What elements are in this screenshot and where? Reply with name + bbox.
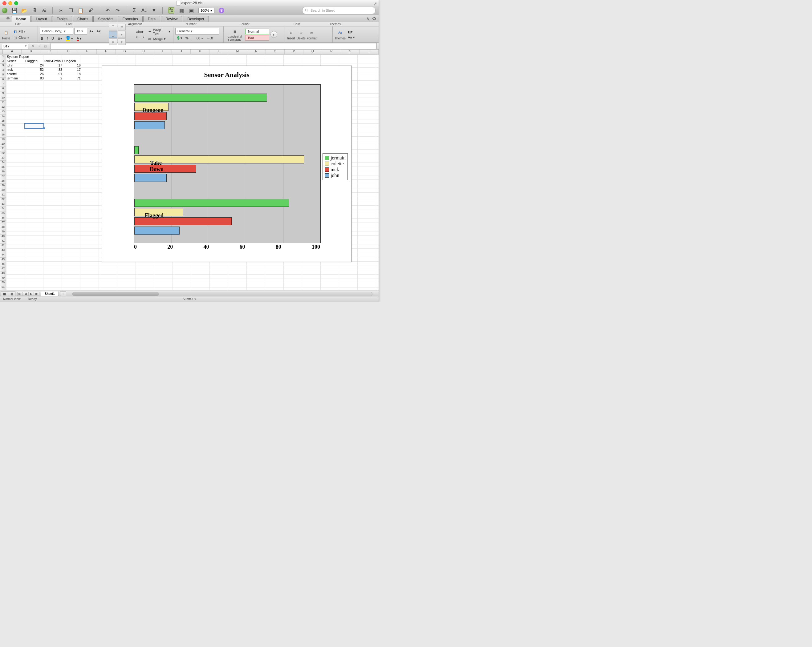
cell-A3[interactable]: john [6,63,26,67]
align-top-button[interactable]: ▔ [109,24,117,30]
row-header-30[interactable]: 30 [0,188,6,193]
format-cells-button[interactable]: ▭Format [307,29,317,40]
tab-data[interactable]: Data [143,16,160,22]
copy-icon[interactable]: ❐ [68,8,73,13]
bar-Flagged-john[interactable] [134,227,180,234]
row-header-5[interactable]: 5 [0,73,6,78]
theme-fonts-button[interactable]: Aa▾ [347,35,356,40]
insert-function-icon[interactable]: fx [44,44,49,49]
tab-charts[interactable]: Charts [73,16,93,22]
row-header-23[interactable]: 23 [0,156,6,161]
filter-icon[interactable]: ▼ [151,8,157,13]
cell-A6[interactable]: jermain [6,76,26,80]
undo-icon[interactable]: ↶ [105,8,110,13]
row-header-13[interactable]: 13 [0,110,6,114]
increase-decimal-button[interactable]: .00→ [195,36,205,40]
font-size-select[interactable]: 12▾ [74,28,87,35]
name-box[interactable]: B17▾ [2,43,28,49]
autosum-icon[interactable]: Σ [131,8,137,13]
bar-Take-Down-john[interactable] [134,174,166,182]
delete-cells-button[interactable]: ⊟Delete [297,29,305,40]
row-header-16[interactable]: 16 [0,124,6,128]
row-header-11[interactable]: 11 [0,100,6,105]
row-header-48[interactable]: 48 [0,271,6,276]
row-header-15[interactable]: 15 [0,119,6,124]
row-header-3[interactable]: 3 [0,64,6,69]
row-header-51[interactable]: 51 [0,285,6,290]
cell-A1[interactable]: System Report [6,55,26,59]
row-header-43[interactable]: 43 [0,248,6,253]
row-header-41[interactable]: 41 [0,239,6,244]
align-middle-button[interactable]: ☰ [118,24,126,30]
tab-layout[interactable]: Layout [31,16,52,22]
cancel-edit-icon[interactable]: ✕ [30,44,35,49]
cell-A5[interactable]: colette [6,72,26,76]
decrease-indent-button[interactable]: ⇤ [135,35,140,40]
page-layout-view-button[interactable]: ▤ [8,291,15,297]
col-header-D[interactable]: D [59,50,78,54]
col-header-S[interactable]: S [341,50,360,54]
col-header-F[interactable]: F [97,50,116,54]
theme-colors-button[interactable]: ◧▾ [347,30,356,34]
file-open-icon[interactable]: 📂 [21,8,27,13]
row-header-40[interactable]: 40 [0,234,6,239]
cell-C4[interactable]: 33 [43,67,63,72]
row-header-42[interactable]: 42 [0,244,6,248]
align-center-button[interactable]: ≣ [109,38,117,45]
col-header-P[interactable]: P [285,50,304,54]
select-all-corner[interactable] [0,50,3,54]
comma-button[interactable]: , [191,36,194,40]
merge-button[interactable]: ▭Merge▾ [147,37,171,41]
cell-A2[interactable]: Series [6,59,26,63]
cell-C6[interactable]: 2 [43,76,63,80]
themes-button[interactable]: AaThemes [334,29,346,40]
bar-Take-Down-jermain[interactable] [134,146,139,154]
ribbon-settings-icon[interactable]: ✿ [372,16,376,21]
embedded-chart[interactable]: Sensor AnalysisDungeonTake-DownFlagged02… [102,65,352,262]
cell-C3[interactable]: 17 [43,63,63,67]
bar-Dungeon-jermain[interactable] [134,94,267,102]
col-header-C[interactable]: C [40,50,59,54]
row-header-20[interactable]: 20 [0,142,6,147]
tab-tables[interactable]: Tables [52,16,72,22]
row-header-31[interactable]: 31 [0,193,6,198]
bar-Dungeon-john[interactable] [134,121,165,129]
sheet-nav-prev[interactable]: ◀ [23,292,28,296]
clear-button[interactable]: ◫Clear▾ [12,35,30,40]
row-header-22[interactable]: 22 [0,151,6,156]
row-header-39[interactable]: 39 [0,230,6,234]
legend-item-colette[interactable]: colette [325,161,346,166]
orientation-button[interactable]: abc▾ [135,30,145,34]
legend-item-john[interactable]: john [325,173,346,178]
row-header-25[interactable]: 25 [0,165,6,170]
cell-B5[interactable]: 26 [24,72,44,76]
row-header-14[interactable]: 14 [0,114,6,119]
decrease-decimal-button[interactable]: ←.0 [206,36,214,40]
col-header-E[interactable]: E [78,50,97,54]
shrink-font-button[interactable]: A▾ [96,28,101,35]
cell-D6[interactable]: 71 [62,76,81,80]
cell-style-normal[interactable]: Normal [245,29,269,34]
fill-button[interactable]: ◧Fill▾ [12,29,30,34]
row-header-45[interactable]: 45 [0,257,6,262]
collapse-ribbon-icon[interactable]: ∧ [366,16,369,21]
zoom-select[interactable]: 100%▾ [198,8,214,13]
row-header-7[interactable]: 7 [0,82,6,87]
cell-B6[interactable]: 83 [24,76,44,80]
col-header-I[interactable]: I [153,50,172,54]
paste-button[interactable]: 📋 Paste [2,29,11,40]
cell-A4[interactable]: nick [6,67,26,72]
media-browser-icon[interactable]: ▣ [189,8,194,13]
row-header-8[interactable]: 8 [0,87,6,91]
font-color-button[interactable]: A▾ [76,36,82,41]
row-header-29[interactable]: 29 [0,184,6,188]
grow-font-button[interactable]: A▴ [89,28,94,35]
row-header-35[interactable]: 35 [0,212,6,216]
print-icon[interactable]: 🖨 [41,8,47,13]
sheet-nav-next[interactable]: ▶ [28,292,34,296]
minimize-window-button[interactable] [8,1,12,5]
maximize-icon[interactable]: ⤢ [373,1,377,5]
wrap-text-button[interactable]: ↩Wrap Text▾ [147,28,171,36]
col-header-L[interactable]: L [209,50,228,54]
row-header-18[interactable]: 18 [0,133,6,138]
